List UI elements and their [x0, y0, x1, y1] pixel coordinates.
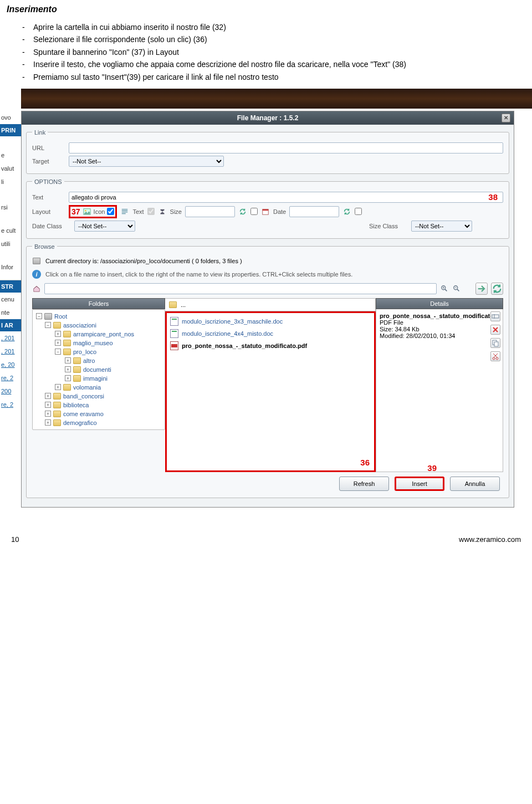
tree-node-label[interactable]: biblioteca [63, 402, 89, 408]
tree-node[interactable]: +immagini [33, 374, 165, 383]
sidebar-item[interactable]: 200 [0, 385, 21, 398]
tree-toggle[interactable]: − [55, 349, 61, 355]
tree-toggle[interactable]: + [45, 411, 51, 417]
tree-node-label[interactable]: altro [83, 357, 95, 364]
tree-node[interactable]: +come eravamo [33, 409, 165, 418]
path-input[interactable] [44, 283, 437, 294]
file-name[interactable]: pro_ponte_nossa_-_statuto_modificato.pdf [182, 342, 307, 349]
tree-node-label[interactable]: maglio_museo [73, 340, 113, 346]
sigma-icon [158, 207, 167, 216]
tree-toggle[interactable]: + [55, 384, 61, 390]
tree-node[interactable]: −pro_loco [33, 347, 165, 356]
folder-up-icon[interactable] [168, 300, 177, 309]
cancel-button[interactable]: Annulla [450, 477, 500, 491]
file-row[interactable]: modulo_iscrizione_3x3_maschile.doc [169, 315, 372, 327]
doc-instruction-list: Aprire la cartella in cui abbiamo inseri… [0, 19, 532, 89]
tree-toggle[interactable]: + [65, 366, 71, 372]
tree-toggle[interactable]: + [65, 375, 71, 381]
tree-node[interactable]: −associazioni [33, 321, 165, 330]
sidebar-item[interactable]: re, 2 [0, 398, 21, 411]
tree-node[interactable]: +volomania [33, 383, 165, 392]
tree-node[interactable]: +arrampicare_pont_nos [33, 330, 165, 339]
size-class-select[interactable]: --Not Set-- [411, 221, 472, 232]
sidebar-item[interactable]: rsi [0, 201, 21, 214]
up-label[interactable]: ... [181, 301, 186, 308]
tree-node-label[interactable]: immagini [83, 375, 108, 382]
folder-icon [53, 393, 61, 400]
sidebar-item[interactable]: , 201 [0, 331, 21, 345]
tree-toggle[interactable]: + [45, 419, 51, 426]
text-lines-icon [120, 207, 129, 216]
icon-checkbox[interactable] [107, 208, 114, 215]
tree-toggle[interactable]: + [55, 331, 61, 337]
tree-node-label[interactable]: arrampicare_pont_nos [73, 331, 134, 337]
text-checkbox[interactable] [147, 208, 155, 215]
layout-label: Layout [32, 208, 65, 215]
tree-node[interactable]: +bandi_concorsi [33, 392, 165, 401]
tree-toggle[interactable]: − [45, 322, 51, 328]
date-refresh-checkbox[interactable] [355, 208, 362, 215]
refresh-button-icon[interactable] [491, 283, 503, 295]
tree-node-label[interactable]: pro_loco [73, 349, 96, 355]
tree-node[interactable]: +demografico [33, 418, 165, 427]
sidebar-item[interactable]: cenu [0, 293, 21, 306]
sidebar-item[interactable]: li [0, 175, 21, 188]
tree-toggle[interactable]: + [45, 402, 51, 408]
magnifier-zoom-out-icon[interactable] [452, 284, 461, 293]
tree-node-label[interactable]: volomania [73, 384, 101, 391]
go-button-icon[interactable] [475, 283, 488, 295]
sidebar-item[interactable]: PRIN [0, 124, 21, 136]
file-name[interactable]: modulo_iscrizione_3x3_maschile.doc [182, 318, 283, 325]
tree-node[interactable]: +maglio_museo [33, 339, 165, 347]
sidebar-item[interactable]: e cult [0, 224, 21, 237]
tree-toggle[interactable]: − [36, 313, 42, 319]
sidebar-item[interactable]: e, 20 [0, 358, 21, 371]
tree-node[interactable]: +biblioteca [33, 401, 165, 409]
url-input[interactable] [69, 142, 503, 153]
sidebar-item[interactable]: , 201 [0, 345, 21, 358]
text-input[interactable] [69, 192, 503, 203]
options-legend: OPTIONS [32, 178, 64, 185]
close-icon[interactable]: ✕ [502, 114, 510, 122]
sidebar-item[interactable]: ovo [0, 111, 21, 124]
sidebar-item[interactable]: valut [0, 162, 21, 175]
tree-toggle[interactable]: + [65, 357, 71, 363]
target-select[interactable]: --Not Set-- [69, 156, 224, 167]
tree-node[interactable]: +altro [33, 356, 165, 365]
left-sidebar: ovo PRIN e valut li rsi e cult utili Inf… [0, 111, 21, 508]
delete-icon[interactable] [490, 325, 500, 335]
refresh-arrows-icon[interactable] [238, 207, 247, 216]
insert-button[interactable]: Insert [395, 477, 444, 491]
size-refresh-checkbox[interactable] [250, 208, 258, 215]
tree-node-label[interactable]: bandi_concorsi [63, 393, 104, 400]
file-name[interactable]: modulo_iscrizione_4x4_misto.doc [182, 330, 273, 337]
sidebar-item[interactable]: Infor [0, 260, 21, 274]
tree-node-label[interactable]: associazioni [63, 322, 96, 329]
size-input[interactable] [185, 206, 235, 217]
tree-node[interactable]: +documenti [33, 365, 165, 374]
sidebar-item[interactable]: STR [0, 280, 21, 293]
refresh-arrows-icon[interactable] [342, 207, 351, 216]
house-icon[interactable] [32, 284, 41, 293]
refresh-button[interactable]: Refresh [339, 477, 389, 491]
tree-root-label[interactable]: Root [54, 313, 67, 320]
tree-node-label[interactable]: documenti [83, 366, 111, 373]
tree-toggle[interactable]: + [55, 340, 61, 346]
date-class-select[interactable]: --Not Set-- [74, 221, 135, 232]
tree-node-label[interactable]: come eravamo [63, 411, 104, 417]
sidebar-item[interactable]: I AR [0, 319, 21, 331]
folder-tree[interactable]: −Root −associazioni+arrampicare_pont_nos… [32, 309, 165, 430]
sidebar-item[interactable]: e [0, 148, 21, 162]
date-input[interactable] [289, 206, 339, 217]
file-row[interactable]: pro_ponte_nossa_-_statuto_modificato.pdf [169, 340, 372, 352]
cut-icon[interactable] [490, 351, 500, 361]
sidebar-item[interactable]: nte [0, 306, 21, 319]
copy-icon[interactable] [490, 338, 500, 348]
file-row[interactable]: modulo_iscrizione_4x4_misto.doc [169, 327, 372, 340]
tree-node-label[interactable]: demografico [63, 419, 97, 426]
magnifier-zoom-in-icon[interactable] [440, 284, 449, 293]
tree-toggle[interactable]: + [45, 393, 51, 399]
rename-icon[interactable] [490, 311, 500, 321]
sidebar-item[interactable]: re, 2 [0, 371, 21, 385]
sidebar-item[interactable]: utili [0, 237, 21, 250]
